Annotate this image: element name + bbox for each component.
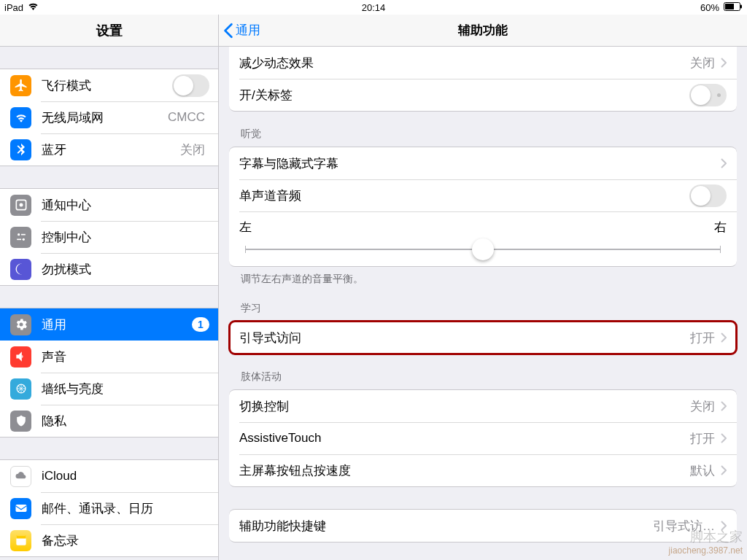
sidebar-group-system: 通知中心 控制中心 勿扰模式 (0, 188, 218, 286)
reduce-motion-label: 减少动态效果 (239, 55, 690, 71)
sidebar-group-personalization: 通用 1 声音 墙纸与亮度 隐私 (0, 308, 218, 438)
airplane-label: 飞行模式 (42, 77, 172, 94)
airplane-icon (10, 75, 31, 96)
home-click-speed-value: 默认 (690, 462, 715, 479)
privacy-icon (10, 411, 31, 432)
general-icon (10, 314, 31, 335)
sounds-label: 声音 (42, 349, 209, 365)
chevron-right-icon (721, 401, 727, 411)
battery-icon (724, 2, 743, 13)
sidebar-item-wifi[interactable]: 无线局域网 CMCC (0, 101, 218, 133)
physical-group: 切换控制 关闭 AssistiveTouch 打开 主屏幕按钮点按速度 默认 (229, 389, 737, 487)
learning-group: 引导式访问 打开 (229, 321, 737, 354)
row-reduce-motion[interactable]: 减少动态效果 关闭 (229, 47, 737, 79)
sidebar-item-control-center[interactable]: 控制中心 (0, 221, 218, 253)
wifi-icon (28, 2, 39, 13)
wifi-value: CMCC (168, 110, 205, 125)
chevron-right-icon (721, 433, 727, 443)
svg-rect-12 (16, 535, 26, 538)
switch-control-label: 切换控制 (239, 398, 690, 415)
airplane-toggle[interactable] (172, 74, 209, 97)
sidebar-item-privacy[interactable]: 隐私 (0, 405, 218, 437)
status-time: 20:14 (362, 2, 386, 13)
general-label: 通用 (42, 316, 186, 333)
sidebar-item-notes[interactable]: 备忘录 (0, 524, 218, 556)
detail-header: 通用 辅助功能 (219, 15, 747, 47)
on-off-labels-toggle[interactable] (689, 84, 727, 106)
sidebar-item-bluetooth[interactable]: 蓝牙 关闭 (0, 133, 218, 166)
sidebar-item-icloud[interactable]: iCloud (0, 460, 218, 492)
hearing-header: 听觉 (219, 128, 747, 147)
hearing-group: 字幕与隐藏式字幕 单声道音频 左 右 (229, 147, 737, 267)
chevron-right-icon (721, 521, 727, 531)
svg-rect-10 (15, 505, 26, 512)
dnd-label: 勿扰模式 (42, 261, 209, 278)
sidebar-group-connectivity: 飞行模式 无线局域网 CMCC 蓝牙 关闭 (0, 69, 218, 166)
bluetooth-icon (10, 139, 31, 160)
physical-header: 肢体活动 (219, 370, 747, 389)
sidebar-item-wallpaper[interactable]: 墙纸与亮度 (0, 373, 218, 405)
chevron-right-icon (721, 465, 727, 475)
notifications-label: 通知中心 (42, 197, 209, 214)
svg-rect-6 (21, 234, 26, 236)
row-on-off-labels[interactable]: 开/关标签 (229, 79, 737, 111)
detail-scroll[interactable]: 减少动态效果 关闭 开/关标签 听觉 字幕与隐藏式字幕 单声道音频 (219, 47, 747, 560)
battery-percent: 60% (700, 2, 719, 13)
accessibility-shortcut-value: 引导式访… (653, 518, 715, 534)
svg-point-4 (19, 203, 23, 207)
wifi-nav-icon (10, 107, 31, 128)
balance-slider[interactable] (245, 249, 721, 250)
home-click-speed-label: 主屏幕按钮点按速度 (239, 462, 690, 479)
assistive-touch-value: 打开 (690, 430, 715, 447)
icloud-label: iCloud (42, 469, 209, 483)
sidebar-scroll[interactable]: 飞行模式 无线局域网 CMCC 蓝牙 关闭 通知中心 (0, 47, 218, 560)
row-switch-control[interactable]: 切换控制 关闭 (229, 390, 737, 422)
row-home-click-speed[interactable]: 主屏幕按钮点按速度 默认 (229, 454, 737, 486)
notes-icon (10, 530, 31, 551)
chevron-right-icon (721, 332, 727, 343)
row-accessibility-shortcut[interactable]: 辅助功能快捷键 引导式访… (229, 510, 737, 542)
svg-rect-2 (740, 4, 742, 8)
bluetooth-label: 蓝牙 (42, 141, 180, 158)
switch-control-value: 关闭 (690, 398, 715, 415)
row-audio-balance[interactable]: 左 右 (229, 211, 737, 266)
top-group: 减少动态效果 关闭 开/关标签 (229, 47, 737, 112)
detail-title: 辅助功能 (219, 22, 747, 39)
dnd-icon (10, 259, 31, 280)
row-guided-access[interactable]: 引导式访问 打开 (229, 322, 737, 354)
hearing-footer: 调节左右声道的音量平衡。 (219, 267, 747, 286)
sidebar-item-dnd[interactable]: 勿扰模式 (0, 253, 218, 285)
shortcut-group: 辅助功能快捷键 引导式访… (229, 509, 737, 542)
sidebar-item-airplane-mode[interactable]: 飞行模式 (0, 69, 218, 101)
balance-left-label: 左 (239, 219, 252, 236)
svg-point-7 (22, 238, 24, 241)
privacy-label: 隐私 (42, 413, 209, 429)
notes-label: 备忘录 (42, 532, 209, 549)
row-subtitles[interactable]: 字幕与隐藏式字幕 (229, 147, 737, 179)
balance-right-label: 右 (714, 219, 727, 236)
guided-access-label: 引导式访问 (239, 330, 690, 346)
settings-sidebar: 设置 飞行模式 无线局域网 CMCC 蓝牙 关闭 (0, 15, 219, 560)
sidebar-item-notification-center[interactable]: 通知中心 (0, 189, 218, 221)
mono-audio-toggle[interactable] (689, 184, 727, 207)
accessibility-shortcut-label: 辅助功能快捷键 (239, 518, 653, 534)
wallpaper-label: 墙纸与亮度 (42, 381, 209, 397)
control-center-label: 控制中心 (42, 229, 209, 246)
sidebar-item-mail[interactable]: 邮件、通讯录、日历 (0, 492, 218, 524)
on-off-labels-label: 开/关标签 (239, 87, 689, 104)
guided-access-value: 打开 (690, 330, 715, 346)
detail-pane: 通用 辅助功能 减少动态效果 关闭 开/关标签 听觉 (219, 15, 747, 560)
svg-rect-1 (725, 4, 734, 9)
chevron-right-icon (721, 58, 727, 68)
row-assistive-touch[interactable]: AssistiveTouch 打开 (229, 422, 737, 454)
row-mono-audio[interactable]: 单声道音频 (229, 179, 737, 211)
sidebar-item-sounds[interactable]: 声音 (0, 341, 218, 373)
sidebar-item-general[interactable]: 通用 1 (0, 308, 218, 341)
notifications-icon (10, 195, 31, 216)
slider-thumb[interactable] (472, 238, 494, 260)
reduce-motion-value: 关闭 (690, 55, 715, 71)
back-button[interactable]: 通用 (223, 22, 260, 39)
icloud-icon (10, 466, 31, 487)
learning-header: 学习 (219, 302, 747, 321)
chevron-right-icon (721, 158, 727, 168)
